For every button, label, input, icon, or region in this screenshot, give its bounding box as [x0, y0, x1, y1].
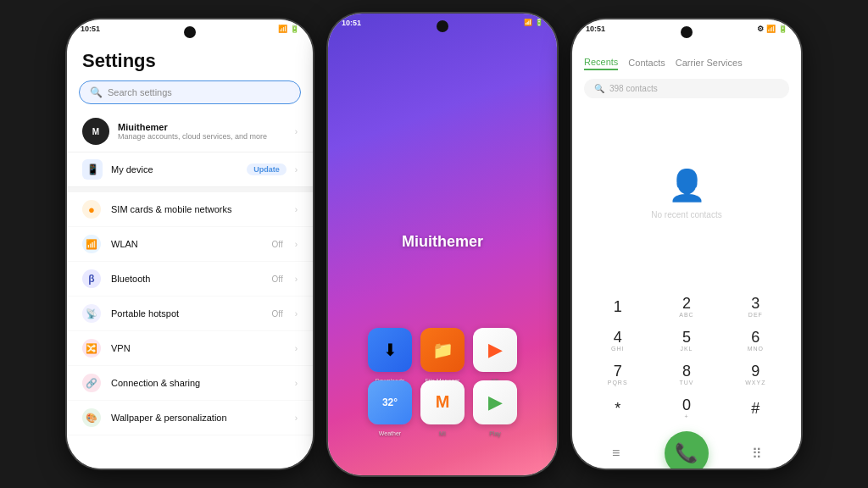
- dial-letters-6: MNO: [748, 346, 764, 352]
- dial-key-star[interactable]: *: [584, 392, 651, 424]
- account-name: Miuithemer: [118, 122, 287, 132]
- wallpaper-chevron: ›: [295, 413, 298, 423]
- wifi-icon: 📶: [278, 25, 287, 33]
- dialer-screen: 10:51 ⚙ 📶 🔋 Recents Contacts Carrier Ser…: [572, 19, 801, 469]
- dial-letters-0: +: [684, 413, 688, 419]
- connection-icon: 🔗: [82, 374, 101, 392]
- home-screen: 10:51 📶 🔋 Miuithemer ⬇ Downloads 📁 File …: [328, 14, 557, 475]
- sim-chevron: ›: [295, 205, 298, 214]
- phone-settings: 10:51 📶 🔋 Settings 🔍 Search settings M M…: [67, 19, 313, 469]
- connection-label: Connection & sharing: [111, 378, 285, 388]
- dial-key-1[interactable]: 1: [584, 291, 651, 323]
- dial-num-1: 1: [614, 299, 622, 314]
- app-weather[interactable]: 32° Weather: [368, 380, 412, 424]
- home-status-icons: 📶 🔋: [524, 19, 543, 26]
- hotspot-label: Portable hotspot: [111, 308, 262, 319]
- wallpaper-label: Wallpaper & personalization: [111, 413, 285, 423]
- dial-key-4[interactable]: 4 GHI: [584, 324, 651, 357]
- play2-icon: ▶: [488, 391, 503, 413]
- files-icon: 📁: [432, 340, 453, 360]
- settings-item-vpn[interactable]: 🔀 VPN ›: [67, 331, 313, 366]
- wlan-chevron: ›: [295, 240, 298, 249]
- dial-letters-7: PQRS: [608, 380, 628, 385]
- settings-item-sim[interactable]: ● SIM cards & mobile networks ›: [67, 192, 313, 227]
- dialer-time: 10:51: [586, 25, 605, 33]
- no-contacts-area: 👤 No recent contacts: [572, 105, 801, 291]
- home-time: 10:51: [342, 19, 361, 27]
- search-icon: 🔍: [90, 86, 103, 98]
- wlan-value: Off: [272, 240, 283, 249]
- search-placeholder: Search settings: [108, 87, 172, 97]
- camera-notch: [184, 26, 196, 38]
- play-icon: ▶: [488, 339, 503, 361]
- dial-key-3[interactable]: 3 DEF: [722, 291, 789, 323]
- settings-screen: 10:51 📶 🔋 Settings 🔍 Search settings M M…: [67, 19, 313, 469]
- settings-item-wallpaper[interactable]: 🎨 Wallpaper & personalization ›: [67, 401, 313, 435]
- dial-key-7[interactable]: 7 PQRS: [584, 358, 651, 391]
- call-button[interactable]: 📞: [665, 431, 709, 469]
- dialpad: 1 2 ABC 3 DEF 4 GHI 5 JKL: [572, 291, 801, 424]
- settings-item-connection[interactable]: 🔗 Connection & sharing ›: [67, 366, 313, 401]
- app-downloads[interactable]: ⬇ Downloads: [368, 328, 412, 372]
- dial-key-5[interactable]: 5 JKL: [653, 324, 720, 357]
- dial-num-2: 2: [682, 296, 691, 311]
- update-badge[interactable]: Update: [247, 164, 287, 175]
- app-file-manager[interactable]: 📁 File Manager: [420, 328, 465, 372]
- chevron-device-icon: ›: [295, 165, 298, 175]
- dial-num-star: *: [615, 401, 620, 416]
- bluetooth-label: Bluetooth: [111, 274, 262, 284]
- dialer-content: Recents Contacts Carrier Services 🔍 398 …: [572, 36, 801, 469]
- device-row[interactable]: 📱 My device Update ›: [67, 152, 313, 187]
- dial-num-5: 5: [682, 330, 691, 345]
- device-icon: 📱: [82, 159, 103, 180]
- tab-contacts[interactable]: Contacts: [628, 58, 665, 69]
- camera-notch-home: [437, 20, 448, 32]
- app-mi[interactable]: M MI: [420, 380, 465, 424]
- dial-num-0: 0: [682, 397, 691, 413]
- bluetooth-icon: β: [82, 269, 101, 288]
- dial-key-8[interactable]: 8 TUV: [653, 358, 720, 391]
- chevron-icon: ›: [295, 127, 298, 136]
- mi-icon: M: [436, 392, 450, 412]
- account-sub: Manage accounts, cloud services, and mor…: [118, 132, 287, 141]
- dialer-battery-icon: 🔋: [778, 25, 787, 33]
- dialer-status-icons: ⚙ 📶 🔋: [757, 25, 787, 33]
- tab-recents[interactable]: Recents: [584, 57, 618, 70]
- battery-icon: 🔋: [290, 25, 299, 33]
- dial-num-7: 7: [614, 363, 622, 379]
- app-play2[interactable]: ▶ Play: [473, 380, 517, 424]
- settings-item-wlan[interactable]: 📶 WLAN Off ›: [67, 227, 313, 262]
- dial-key-0[interactable]: 0 +: [653, 392, 720, 424]
- connection-chevron: ›: [295, 379, 298, 388]
- tab-carrier[interactable]: Carrier Services: [676, 58, 743, 69]
- dial-letters-9: WXYZ: [745, 380, 765, 385]
- weather-label: Weather: [379, 430, 401, 436]
- menu-icon[interactable]: ≡: [601, 438, 632, 469]
- settings-content: Settings 🔍 Search settings M Miuithemer …: [67, 36, 313, 469]
- dialer-gear-icon: ⚙: [757, 25, 764, 33]
- app-play[interactable]: ▶ MI: [473, 328, 517, 372]
- dialpad-icon[interactable]: ⠿: [742, 438, 772, 469]
- weather-temp: 32°: [382, 396, 398, 408]
- dial-num-9: 9: [751, 363, 760, 379]
- no-contacts-icon: 👤: [668, 168, 706, 203]
- dial-letters-8: TUV: [679, 380, 693, 385]
- home-battery-icon: 🔋: [535, 19, 543, 26]
- settings-item-bluetooth[interactable]: β Bluetooth Off ›: [67, 262, 313, 297]
- dial-key-6[interactable]: 6 MNO: [722, 324, 789, 357]
- account-avatar: M: [82, 118, 109, 145]
- search-bar[interactable]: 🔍 Search settings: [79, 80, 301, 104]
- settings-item-hotspot[interactable]: 📡 Portable hotspot Off ›: [67, 297, 313, 331]
- vpn-icon: 🔀: [82, 339, 101, 358]
- device-name: My device: [111, 164, 238, 175]
- dial-key-2[interactable]: 2 ABC: [653, 291, 720, 323]
- account-info: Miuithemer Manage accounts, cloud servic…: [118, 122, 287, 141]
- vpn-chevron: ›: [295, 344, 298, 353]
- account-row[interactable]: M Miuithemer Manage accounts, cloud serv…: [67, 111, 313, 152]
- dial-key-9[interactable]: 9 WXYZ: [722, 358, 789, 391]
- dial-key-hash[interactable]: #: [722, 392, 789, 424]
- mi-label: MI: [439, 430, 446, 436]
- dial-num-hash: #: [751, 401, 760, 416]
- dialer-search-bar[interactable]: 🔍 398 contacts: [584, 79, 789, 98]
- sim-label: SIM cards & mobile networks: [111, 204, 285, 214]
